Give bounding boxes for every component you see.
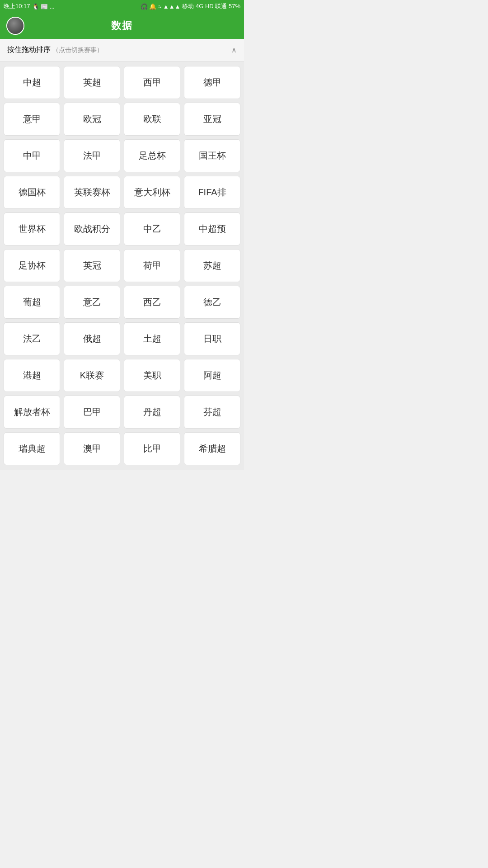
league-item-15[interactable]: 意大利杯: [124, 176, 180, 209]
league-item-33[interactable]: 港超: [4, 359, 60, 392]
league-item-2[interactable]: 英超: [64, 66, 120, 99]
league-item-18[interactable]: 欧战积分: [64, 212, 120, 245]
league-item-1[interactable]: 中超: [4, 66, 60, 99]
league-item-37[interactable]: 解放者杯: [4, 396, 60, 429]
league-item-20[interactable]: 中超预: [184, 212, 240, 245]
league-item-43[interactable]: 比甲: [124, 432, 180, 465]
league-item-32[interactable]: 日职: [184, 322, 240, 355]
league-item-21[interactable]: 足协杯: [4, 249, 60, 282]
league-item-36[interactable]: 阿超: [184, 359, 240, 392]
league-item-29[interactable]: 法乙: [4, 322, 60, 355]
league-grid: 中超英超西甲德甲意甲欧冠欧联亚冠中甲法甲足总杯国王杯德国杯英联赛杯意大利杯FIF…: [4, 66, 240, 465]
league-item-28[interactable]: 德乙: [184, 286, 240, 319]
chevron-up-icon: ∧: [231, 46, 237, 54]
page-title: 数据: [111, 19, 133, 33]
sort-bar-label: 按住拖动排序 （点击切换赛事）: [7, 45, 103, 55]
league-item-8[interactable]: 亚冠: [184, 103, 240, 136]
league-item-10[interactable]: 法甲: [64, 139, 120, 172]
league-item-9[interactable]: 中甲: [4, 139, 60, 172]
league-item-19[interactable]: 中乙: [124, 212, 180, 245]
status-time: 晚上10:17 🐧 📰 ...: [4, 2, 55, 10]
league-item-35[interactable]: 美职: [124, 359, 180, 392]
sort-bar-main-text: 按住拖动排序: [7, 46, 51, 53]
league-item-4[interactable]: 德甲: [184, 66, 240, 99]
status-icons: 🎧 🔔 ≈ ▲▲▲ 移动 4G HD 联通 57%: [141, 2, 240, 10]
league-item-25[interactable]: 葡超: [4, 286, 60, 319]
league-item-6[interactable]: 欧冠: [64, 103, 120, 136]
avatar[interactable]: [6, 17, 24, 35]
league-item-11[interactable]: 足总杯: [124, 139, 180, 172]
league-item-30[interactable]: 俄超: [64, 322, 120, 355]
league-item-26[interactable]: 意乙: [64, 286, 120, 319]
league-item-17[interactable]: 世界杯: [4, 212, 60, 245]
league-item-41[interactable]: 瑞典超: [4, 432, 60, 465]
league-item-16[interactable]: FIFA排: [184, 176, 240, 209]
league-grid-container: 中超英超西甲德甲意甲欧冠欧联亚冠中甲法甲足总杯国王杯德国杯英联赛杯意大利杯FIF…: [0, 61, 244, 470]
league-item-7[interactable]: 欧联: [124, 103, 180, 136]
league-item-31[interactable]: 土超: [124, 322, 180, 355]
league-item-22[interactable]: 英冠: [64, 249, 120, 282]
league-item-40[interactable]: 芬超: [184, 396, 240, 429]
league-item-13[interactable]: 德国杯: [4, 176, 60, 209]
league-item-38[interactable]: 巴甲: [64, 396, 120, 429]
league-item-12[interactable]: 国王杯: [184, 139, 240, 172]
league-item-39[interactable]: 丹超: [124, 396, 180, 429]
sort-bar[interactable]: 按住拖动排序 （点击切换赛事） ∧: [0, 39, 244, 61]
league-item-44[interactable]: 希腊超: [184, 432, 240, 465]
league-item-34[interactable]: K联赛: [64, 359, 120, 392]
league-item-27[interactable]: 西乙: [124, 286, 180, 319]
league-item-3[interactable]: 西甲: [124, 66, 180, 99]
league-item-14[interactable]: 英联赛杯: [64, 176, 120, 209]
league-item-23[interactable]: 荷甲: [124, 249, 180, 282]
status-bar: 晚上10:17 🐧 📰 ... 🎧 🔔 ≈ ▲▲▲ 移动 4G HD 联通 57…: [0, 0, 244, 13]
sort-bar-hint-text: （点击切换赛事）: [52, 46, 103, 53]
league-item-5[interactable]: 意甲: [4, 103, 60, 136]
league-item-24[interactable]: 苏超: [184, 249, 240, 282]
app-header: 数据: [0, 13, 244, 39]
league-item-42[interactable]: 澳甲: [64, 432, 120, 465]
